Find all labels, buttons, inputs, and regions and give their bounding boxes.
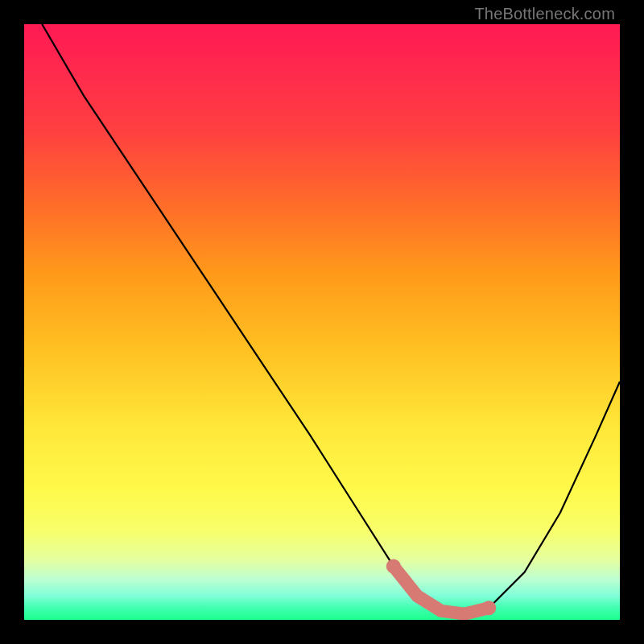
highlight-dot (481, 601, 496, 615)
highlight-dot (386, 559, 401, 573)
main-curve (42, 24, 620, 614)
attribution-text: TheBottleneck.com (474, 5, 615, 23)
chart-overlay (24, 24, 620, 620)
highlight-stroke (394, 566, 489, 613)
bottom-highlight (386, 559, 496, 615)
